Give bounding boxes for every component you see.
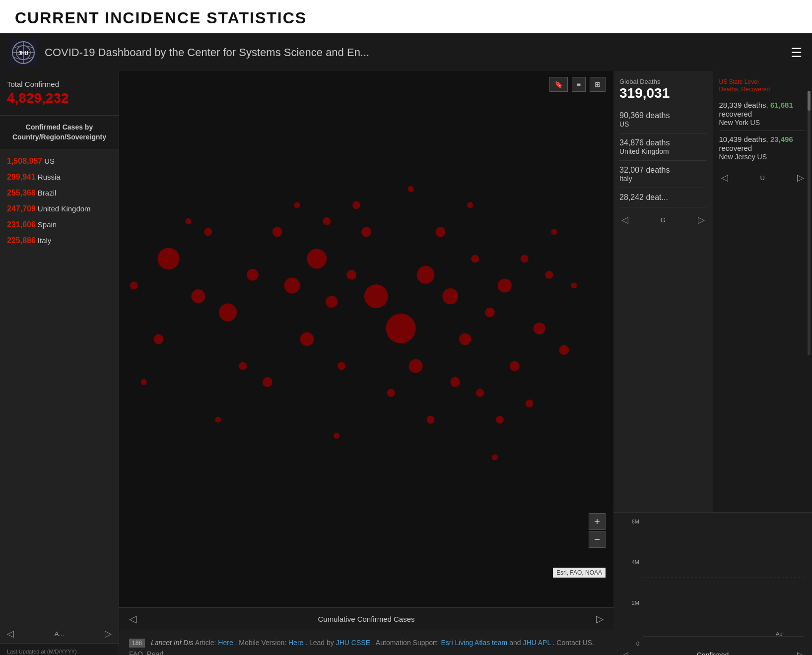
deaths-list: 90,369 deathsUS34,876 deathsUnited Kingd… xyxy=(619,106,707,207)
us-state-panel: US State Level Deaths, Recovered 28,339 … xyxy=(713,71,812,512)
sidebar-nav: ◁ A... ▷ xyxy=(0,624,119,643)
chart-y-label: 4M xyxy=(621,559,641,565)
state-recovered-suffix: recovered xyxy=(719,144,752,152)
us-state-title: US State Level Deaths, Recovered xyxy=(719,78,807,93)
state-nav-right[interactable]: ▷ xyxy=(797,172,804,183)
info-link-jhu[interactable]: JHU CSSE xyxy=(336,639,370,647)
map-bubble xyxy=(476,389,484,397)
country-value: 247,709 xyxy=(7,204,36,213)
state-nav-left[interactable]: ◁ xyxy=(721,172,728,183)
info-link-jhuapl[interactable]: JHU APL xyxy=(523,639,550,647)
state-recovered: 23,496 xyxy=(770,135,793,143)
country-name: Brazil xyxy=(38,189,57,197)
bookmark-tool-button[interactable]: 🔖 xyxy=(549,77,568,92)
info-text2: Article: xyxy=(195,639,218,647)
info-link-here1[interactable]: Here xyxy=(218,639,233,647)
country-item[interactable]: 247,709 United Kingdom xyxy=(0,201,119,217)
map-svg xyxy=(119,71,613,607)
chart-y-label: 2M xyxy=(621,600,641,606)
country-value: 255,368 xyxy=(7,189,36,197)
country-name: US xyxy=(44,157,55,165)
map-bubble xyxy=(450,377,460,387)
state-name: New York US xyxy=(719,119,807,127)
map-bubble xyxy=(426,416,434,424)
country-item[interactable]: 231,606 Spain xyxy=(0,217,119,233)
sidebar-nav-right-arrow[interactable]: ▷ xyxy=(105,628,112,639)
map-bubble xyxy=(571,282,577,288)
map-bubble xyxy=(326,296,338,308)
map-bubble xyxy=(154,334,164,344)
deaths-nav-label: G xyxy=(661,216,666,224)
country-value: 231,606 xyxy=(7,220,36,229)
map-bubble xyxy=(559,345,569,355)
country-name: Italy xyxy=(38,236,52,245)
list-tool-button[interactable]: ≡ xyxy=(572,77,586,92)
map-bubble xyxy=(551,229,557,235)
grid-tool-button[interactable]: ⊞ xyxy=(590,77,606,92)
map-bubble xyxy=(323,217,331,225)
map-bubble xyxy=(352,201,360,209)
country-list: 1,508,957 US299,941 Russia255,368 Brazil… xyxy=(0,149,119,624)
page-header: CURRENT INCIDENCE STATISTICS xyxy=(0,0,812,34)
map-bubble xyxy=(300,332,314,346)
sidebar-nav-left-arrow[interactable]: ◁ xyxy=(7,628,14,639)
country-item[interactable]: 255,368 Brazil xyxy=(0,185,119,201)
map-bubble xyxy=(386,314,416,343)
chart-nav-right[interactable]: ▷ xyxy=(797,650,804,655)
map-bubble xyxy=(338,362,345,370)
deaths-nav-left[interactable]: ◁ xyxy=(621,214,628,225)
map-nav-label: Cumulative Confirmed Cases xyxy=(318,615,414,623)
chart-bottom-nav: ◁ Confirmed ▷ xyxy=(621,647,804,655)
map-bubble xyxy=(526,399,534,407)
state-deaths-line: 28,339 deaths, 61,681 recovered xyxy=(719,101,807,119)
map-bubble xyxy=(492,454,498,460)
map-bubble xyxy=(307,249,327,268)
map-bubble xyxy=(219,304,237,322)
deaths-country: United Kingdom xyxy=(619,147,707,155)
map-container[interactable]: 🔖 ≡ ⊞ + − Esri, FAO, NOAA xyxy=(119,71,613,607)
chart-nav-left[interactable]: ◁ xyxy=(621,650,628,655)
zoom-in-button[interactable]: + xyxy=(589,513,606,530)
map-bubble xyxy=(158,248,180,269)
zoom-out-button[interactable]: − xyxy=(589,531,606,548)
state-list: 28,339 deaths, 61,681 recoveredNew York … xyxy=(719,97,807,165)
info-link-esri[interactable]: Esri Living Atlas team xyxy=(441,639,507,647)
total-confirmed-label: Total Confirmed xyxy=(7,80,112,88)
state-scrollbar[interactable] xyxy=(808,91,811,355)
hamburger-menu-icon[interactable]: ☰ xyxy=(791,45,802,61)
chart-y-label: 6M xyxy=(621,519,641,524)
deaths-country: Italy xyxy=(619,175,707,183)
country-item[interactable]: 225,886 Italy xyxy=(0,233,119,249)
map-bubble xyxy=(417,266,435,284)
info-link-here2[interactable]: Here xyxy=(288,639,303,647)
map-bubble xyxy=(545,271,553,279)
country-value: 1,508,957 xyxy=(7,157,42,166)
info-text6: and xyxy=(509,639,523,647)
map-bubble xyxy=(334,433,339,439)
center-area: 🔖 ≡ ⊞ + − Esri, FAO, NOAA ◁ Cumulative C… xyxy=(119,71,613,655)
sidebar-footer-label: Last Updated at (M/D/YYYY) xyxy=(7,649,112,655)
chart-svg xyxy=(643,519,804,637)
map-bubble xyxy=(387,389,395,397)
country-item[interactable]: 1,508,957 US xyxy=(0,153,119,169)
deaths-count: 90,369 deaths xyxy=(619,111,707,120)
map-bubble xyxy=(272,227,282,237)
deaths-item: 90,369 deathsUS xyxy=(619,106,707,133)
deaths-item: 34,876 deathsUnited Kingdom xyxy=(619,133,707,161)
map-bubble xyxy=(534,323,545,334)
country-name: Spain xyxy=(38,220,57,229)
country-item[interactable]: 299,941 Russia xyxy=(0,169,119,185)
jhu-logo-icon: JHU xyxy=(10,39,37,66)
map-bottom-nav: ◁ Cumulative Confirmed Cases ▷ xyxy=(119,607,613,630)
map-bubble xyxy=(409,359,423,373)
cases-title: Confirmed Cases by Country/Region/Sovere… xyxy=(7,123,112,142)
map-bubble xyxy=(141,379,147,385)
chart-inner: Apr xyxy=(643,519,804,637)
map-nav-left-arrow[interactable]: ◁ xyxy=(129,613,136,625)
state-deaths: 10,439 deaths, xyxy=(719,135,770,143)
state-deaths-line: 10,439 deaths, 23,496 recovered xyxy=(719,135,807,153)
state-deaths: 28,339 deaths, xyxy=(719,101,770,109)
deaths-nav-right[interactable]: ▷ xyxy=(698,214,705,225)
map-nav-right-arrow[interactable]: ▷ xyxy=(596,613,604,625)
state-panel-nav: ◁ U ▷ xyxy=(719,168,807,187)
